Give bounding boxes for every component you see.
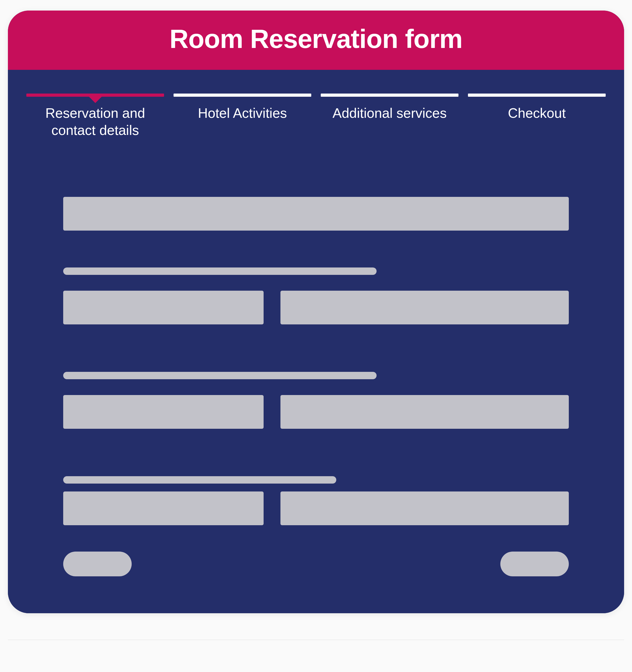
step-bar-active — [26, 94, 164, 97]
form-input-fullwidth[interactable] — [63, 197, 569, 231]
step-bar — [321, 94, 458, 97]
step-tabs: Reservation and contact details Hotel Ac… — [26, 94, 606, 139]
step-bar — [174, 94, 311, 97]
step-label: Reservation and contact details — [26, 105, 164, 139]
form-input[interactable] — [63, 291, 263, 325]
step-label: Checkout — [468, 105, 606, 122]
card-header: Room Reservation form — [8, 10, 624, 70]
form-input[interactable] — [280, 291, 569, 325]
divider — [8, 640, 624, 640]
card-body: Reservation and contact details Hotel Ac… — [8, 70, 624, 613]
form-row — [63, 491, 569, 525]
form-input[interactable] — [63, 395, 263, 429]
button-row — [63, 552, 569, 582]
form-input[interactable] — [280, 395, 569, 429]
step-label: Additional services — [321, 105, 458, 122]
back-button[interactable] — [63, 552, 132, 576]
next-button[interactable] — [500, 552, 569, 576]
step-label: Hotel Activities — [174, 105, 311, 122]
form-label-placeholder — [63, 372, 377, 379]
reservation-card: Room Reservation form Reservation and co… — [8, 10, 624, 613]
form-row — [63, 395, 569, 429]
form-area — [26, 139, 606, 582]
form-input[interactable] — [63, 491, 263, 525]
step-reservation-contact[interactable]: Reservation and contact details — [26, 94, 164, 139]
step-bar — [468, 94, 606, 97]
form-row — [63, 291, 569, 325]
form-label-placeholder — [63, 267, 377, 275]
form-label-placeholder — [63, 476, 336, 484]
step-checkout[interactable]: Checkout — [468, 94, 606, 139]
form-input[interactable] — [280, 491, 569, 525]
step-hotel-activities[interactable]: Hotel Activities — [174, 94, 311, 139]
step-additional-services[interactable]: Additional services — [321, 94, 458, 139]
page-title: Room Reservation form — [13, 24, 619, 54]
